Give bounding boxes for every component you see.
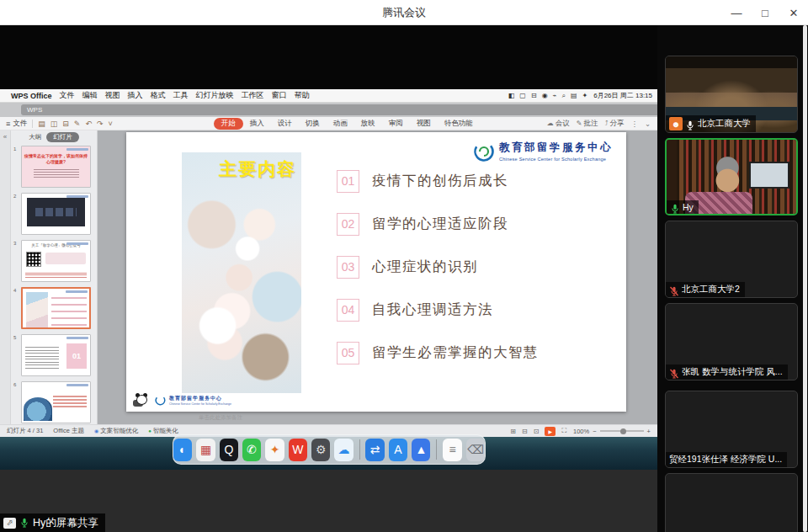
slide-thumbnail-1[interactable]: 疫情常态化下的留学，该如何保持心理健康? <box>21 146 91 188</box>
fullscreen-icon[interactable]: ⛶ <box>561 427 566 435</box>
wps-ribbon: ≡ 文件 ▤◫⊟✎↶↷˅ 开始插入设计切换动画放映审阅视图特色功能 ☁会议✎批注… <box>0 117 657 130</box>
dock-icon-system-preferences[interactable]: ⚙ <box>311 439 330 461</box>
ribbon-action-会议[interactable]: ☁会议 <box>547 119 570 129</box>
quick-tool-icon[interactable]: ⊟ <box>62 120 69 128</box>
dock-icon-wechat[interactable]: ✆ <box>242 439 261 461</box>
file-menu-button[interactable]: ≡ 文件 <box>6 119 27 129</box>
menubar-item[interactable]: 工作区 <box>242 90 264 101</box>
menubar-item[interactable]: 插入 <box>128 90 143 101</box>
quick-toolbar: ▤◫⊟✎↶↷˅ <box>38 120 112 128</box>
menubar-status-icon[interactable]: ⊟ <box>531 92 537 100</box>
quick-tool-icon[interactable]: ˅ <box>108 120 112 128</box>
menubar-status-icon[interactable]: ◧ <box>508 92 515 100</box>
quick-tool-icon[interactable]: ▤ <box>38 120 45 128</box>
slide-thumbnail-4-current[interactable] <box>21 287 91 329</box>
slide-thumbnail-2[interactable] <box>21 193 91 235</box>
dock-icon-launchpad[interactable]: ▦ <box>196 439 215 461</box>
agenda-text: 留学的心理适应阶段 <box>372 215 508 233</box>
participant-tile[interactable]: 北京工商大学2 <box>665 221 798 298</box>
ribbon-tab-审阅[interactable]: 审阅 <box>382 118 410 130</box>
notes-placeholder[interactable]: 单击此处添加备注 <box>199 414 242 422</box>
menubar-item[interactable]: 窗口 <box>272 90 287 101</box>
slide-thumbnail-3[interactable]: 关工『留学心理』微信公众号 <box>21 240 91 282</box>
ribbon-more-icon[interactable]: ⋮ <box>630 120 638 128</box>
menubar-item[interactable]: 帮助 <box>295 90 310 101</box>
globe-graphic <box>24 397 52 421</box>
ribbon-tab-开始[interactable]: 开始 <box>214 118 243 130</box>
slideshow-play-button[interactable]: ▶ <box>545 427 556 436</box>
dock-icon-app-store[interactable]: A <box>389 439 407 461</box>
menubar-status-icon[interactable]: ⌁ <box>553 92 557 100</box>
mac-app-name[interactable]: WPS Office <box>11 92 52 100</box>
dock-icon-teamviewer[interactable]: ⇄ <box>365 439 384 461</box>
view-mode-icon[interactable]: ⊞ <box>510 428 516 435</box>
dock-icon-notes[interactable]: ≡ <box>443 439 461 461</box>
dock-icon-qq-browser[interactable]: ☁ <box>334 439 353 461</box>
dock-icon-wps-office[interactable]: W <box>289 439 307 461</box>
zoom-in-button[interactable]: + <box>647 428 651 435</box>
menubar-status-icon[interactable]: ▤ <box>571 92 577 100</box>
dock-icon-voov-meeting[interactable]: ▲ <box>412 439 430 461</box>
menubar-item[interactable]: 视图 <box>105 90 120 101</box>
dock-icon-finder[interactable]: ◐ <box>173 439 192 461</box>
quick-tool-icon[interactable]: ◫ <box>50 120 58 128</box>
smart-beautify-button[interactable]: 智能美化 <box>148 427 178 435</box>
agenda-item: 03心理症状的识别 <box>337 255 539 279</box>
close-button[interactable]: ✕ <box>779 0 808 25</box>
menubar-status-icon[interactable]: ⌕ <box>561 92 565 100</box>
participant-tile[interactable]: 张凯 数学与统计学院 风... <box>665 303 798 380</box>
participant-tile[interactable]: 曾亦诚 数学与统计学院... <box>665 473 798 532</box>
dock-icon-qq[interactable]: Q <box>220 439 238 461</box>
zoom-out-button[interactable]: − <box>593 428 596 435</box>
view-mode-icon[interactable]: ⊟ <box>522 428 528 435</box>
slide-panel: 大纲幻灯片 1 疫情常态化下的留学，该如何保持心理健康? 2 <box>11 130 98 424</box>
maximize-button[interactable]: □ <box>751 0 779 25</box>
participant-name: 张凯 数学与统计学院 风... <box>682 366 783 378</box>
dock-icon-trash[interactable]: ⌫ <box>466 439 485 461</box>
zoom-slider[interactable] <box>600 430 644 432</box>
menubar-status-icon[interactable]: ✦ <box>582 92 587 100</box>
mac-menu-items: 文件编辑视图插入格式工具幻灯片放映工作区窗口帮助 <box>60 90 317 101</box>
quick-tool-icon[interactable]: ↶ <box>85 120 92 128</box>
menubar-item[interactable]: 编辑 <box>82 90 98 101</box>
participant-tile[interactable]: ☻北京工商大学 <box>665 56 798 133</box>
ribbon-tab-视图[interactable]: 视图 <box>410 118 438 130</box>
quick-tool-icon[interactable]: ✎ <box>74 120 81 128</box>
ribbon-tab-插入[interactable]: 插入 <box>243 118 271 130</box>
tab-label: WPS <box>27 106 42 114</box>
ribbon-tab-特色功能[interactable]: 特色功能 <box>438 118 480 130</box>
panel-collapse-button[interactable]: « <box>0 130 11 424</box>
mac-menubar: WPS Office 文件编辑视图插入格式工具幻灯片放映工作区窗口帮助 ◧▢⊟◉… <box>0 89 657 103</box>
panel-tab-幻灯片[interactable]: 幻灯片 <box>46 132 79 142</box>
participant-avatar <box>709 401 754 446</box>
slide-thumbnail-5[interactable]: 01 <box>21 334 91 376</box>
action-label: 分享 <box>609 119 624 129</box>
panel-tab-大纲[interactable]: 大纲 <box>29 133 41 141</box>
participant-tile[interactable]: 贸经191张仕泽 经济学院 U... <box>665 391 798 468</box>
sidebar-scrollbar[interactable] <box>803 25 807 532</box>
dock-icon-wps-docs[interactable]: ✦ <box>265 439 284 461</box>
menubar-status-icon[interactable]: ◉ <box>542 92 548 100</box>
menubar-item[interactable]: 文件 <box>60 90 75 101</box>
participant-tile[interactable]: Hy <box>665 138 798 215</box>
thumbnail-row: 1 疫情常态化下的留学，该如何保持心理健康? <box>21 146 93 188</box>
menubar-item[interactable]: 格式 <box>151 90 166 101</box>
minimize-button[interactable]: — <box>722 0 751 25</box>
ribbon-tab-动画[interactable]: 动画 <box>327 118 354 130</box>
participant-name: 贸经191张仕泽 经济学院 U... <box>669 454 782 466</box>
ribbon-action-分享[interactable]: ⤴分享 <box>604 119 624 129</box>
menubar-item[interactable]: 幻灯片放映 <box>196 90 234 101</box>
theme-name[interactable]: Office 主题 <box>53 427 84 435</box>
ribbon-tab-放映[interactable]: 放映 <box>354 118 382 130</box>
ribbon-more-icon[interactable]: ⌄ <box>645 120 651 128</box>
smart-polish-button[interactable]: 文案智能优化 <box>94 427 138 435</box>
menubar-item[interactable]: 工具 <box>173 90 189 101</box>
menubar-status-icon[interactable]: ▢ <box>519 92 526 100</box>
slide-thumbnail-6[interactable] <box>21 381 91 423</box>
quick-tool-icon[interactable]: ↷ <box>97 120 104 128</box>
ribbon-tab-设计[interactable]: 设计 <box>271 118 299 130</box>
ribbon-tab-切换[interactable]: 切换 <box>299 118 327 130</box>
agenda-text: 心理症状的识别 <box>372 258 478 276</box>
ribbon-action-批注[interactable]: ✎批注 <box>577 119 598 129</box>
view-mode-icon[interactable]: ⊡ <box>534 428 540 435</box>
